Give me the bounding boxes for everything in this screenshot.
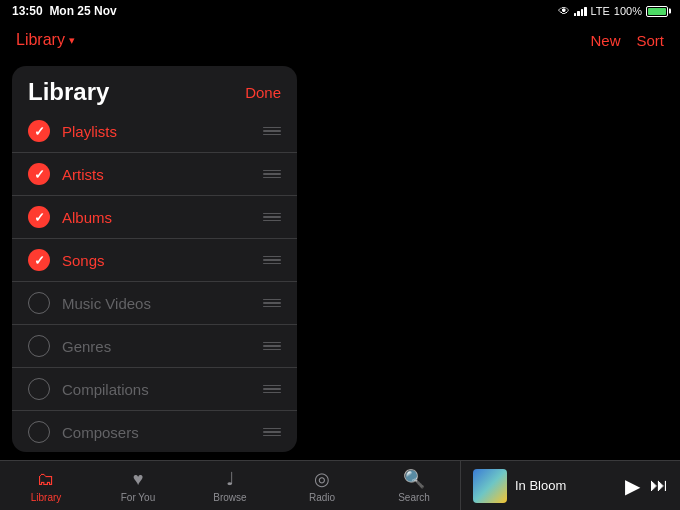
check-icon-artists [28, 163, 50, 185]
sort-button[interactable]: Sort [636, 32, 664, 49]
library-item-compilations[interactable]: Compilations [12, 368, 297, 411]
tab-icon-browse: ♩ [226, 468, 234, 490]
panel-title: Library [28, 78, 109, 106]
library-item-genres[interactable]: Genres [12, 325, 297, 368]
library-dropdown[interactable]: Library ▾ [16, 31, 75, 49]
tab-icon-radio: ◎ [314, 468, 330, 490]
status-bar: 13:50 Mon 25 Nov 👁 LTE 100% [0, 0, 680, 22]
eye-icon: 👁 [558, 4, 570, 18]
now-playing-bar[interactable]: In Bloom ▶ ⏭ [460, 461, 680, 510]
tab-label-radio: Radio [309, 492, 335, 503]
check-icon-songs [28, 249, 50, 271]
new-button[interactable]: New [590, 32, 620, 49]
done-button[interactable]: Done [245, 84, 281, 101]
item-label-artists: Artists [62, 166, 263, 183]
check-icon-music-videos [28, 292, 50, 314]
track-info: In Bloom [515, 478, 617, 493]
drag-handle-songs[interactable] [263, 256, 281, 265]
tab-label-library: Library [31, 492, 62, 503]
library-item-music-videos[interactable]: Music Videos [12, 282, 297, 325]
tab-icon-library: 🗂 [37, 469, 55, 490]
tab-bar: 🗂Library♥For You♩Browse◎Radio🔍Search In … [0, 460, 680, 510]
main-area: Library Done PlaylistsArtistsAlbumsSongs… [0, 58, 680, 460]
dark-area [297, 58, 680, 460]
tab-library[interactable]: 🗂Library [0, 461, 92, 510]
check-icon-composers [28, 421, 50, 443]
drag-handle-compilations[interactable] [263, 385, 281, 394]
tab-label-browse: Browse [213, 492, 246, 503]
drag-handle-music-videos[interactable] [263, 299, 281, 308]
library-item-composers[interactable]: Composers [12, 411, 297, 452]
tab-for-you[interactable]: ♥For You [92, 461, 184, 510]
lte-label: LTE [591, 5, 610, 17]
library-list: PlaylistsArtistsAlbumsSongsMusic VideosG… [12, 110, 297, 452]
drag-handle-genres[interactable] [263, 342, 281, 351]
top-header: Library ▾ New Sort [0, 22, 680, 58]
item-label-genres: Genres [62, 338, 263, 355]
tab-items: 🗂Library♥For You♩Browse◎Radio🔍Search [0, 461, 460, 510]
skip-forward-button[interactable]: ⏭ [650, 475, 668, 496]
drag-handle-composers[interactable] [263, 428, 281, 437]
drag-handle-playlists[interactable] [263, 127, 281, 136]
tab-browse[interactable]: ♩Browse [184, 461, 276, 510]
library-item-albums[interactable]: Albums [12, 196, 297, 239]
library-panel: Library Done PlaylistsArtistsAlbumsSongs… [12, 66, 297, 452]
panel-header: Library Done [12, 66, 297, 110]
item-label-songs: Songs [62, 252, 263, 269]
check-icon-compilations [28, 378, 50, 400]
check-icon-albums [28, 206, 50, 228]
signal-bars [574, 6, 587, 16]
item-label-playlists: Playlists [62, 123, 263, 140]
drag-handle-artists[interactable] [263, 170, 281, 179]
track-name: In Bloom [515, 478, 617, 493]
album-art [473, 469, 507, 503]
item-label-albums: Albums [62, 209, 263, 226]
item-label-composers: Composers [62, 424, 263, 441]
item-label-music-videos: Music Videos [62, 295, 263, 312]
play-button[interactable]: ▶ [625, 474, 640, 498]
playback-controls: ▶ ⏭ [625, 474, 668, 498]
library-item-playlists[interactable]: Playlists [12, 110, 297, 153]
library-item-songs[interactable]: Songs [12, 239, 297, 282]
library-item-artists[interactable]: Artists [12, 153, 297, 196]
status-time-date: 13:50 Mon 25 Nov [12, 4, 117, 18]
item-label-compilations: Compilations [62, 381, 263, 398]
header-actions: New Sort [590, 32, 664, 49]
tab-icon-for-you: ♥ [133, 469, 144, 490]
tab-label-search: Search [398, 492, 430, 503]
tab-label-for-you: For You [121, 492, 155, 503]
status-indicators: 👁 LTE 100% [558, 4, 669, 18]
battery-icon [646, 6, 668, 17]
chevron-down-icon: ▾ [69, 34, 75, 47]
tab-search[interactable]: 🔍Search [368, 461, 460, 510]
tab-icon-search: 🔍 [403, 468, 425, 490]
check-icon-playlists [28, 120, 50, 142]
drag-handle-albums[interactable] [263, 213, 281, 222]
library-label: Library [16, 31, 65, 49]
tab-radio[interactable]: ◎Radio [276, 461, 368, 510]
check-icon-genres [28, 335, 50, 357]
battery-percent: 100% [614, 5, 642, 17]
